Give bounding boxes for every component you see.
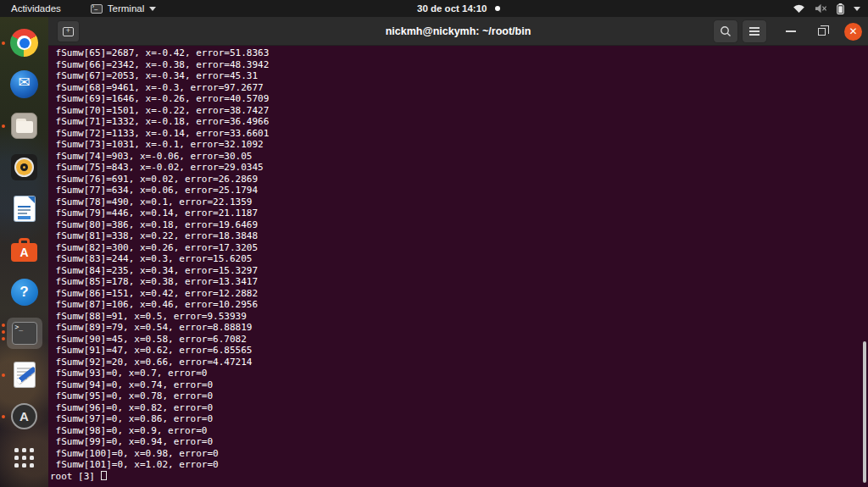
- dock-item-show-applications[interactable]: [7, 442, 42, 473]
- terminal-scrollbar[interactable]: [863, 341, 866, 483]
- terminal-output-line: fSumw[71]=1332, x=-0.18, error=36.4966: [50, 116, 868, 128]
- terminal-output-line: fSumw[72]=1133, x=-0.14, error=33.6601: [50, 128, 868, 140]
- terminal-output-line: fSumw[90]=45, x=0.58, error=6.7082: [50, 334, 868, 346]
- dock-item-files[interactable]: [7, 110, 42, 141]
- terminal-output-line: fSumw[80]=386, x=0.18, error=19.6469: [50, 219, 868, 231]
- chrome-icon: [10, 29, 38, 57]
- terminal-output-line: fSumw[73]=1031, x=-0.1, error=32.1092: [50, 139, 868, 151]
- terminal-output-line: fSumw[76]=691, x=0.02, error=26.2869: [50, 174, 868, 185]
- new-tab-button[interactable]: [57, 20, 80, 42]
- terminal-output-line: fSumw[75]=843, x=-0.02, error=29.0345: [50, 162, 868, 174]
- terminal-output-line: fSumw[89]=79, x=0.54, error=8.88819: [50, 322, 868, 334]
- app-menu-terminal[interactable]: Terminal: [91, 0, 156, 17]
- restore-button[interactable]: [818, 28, 826, 36]
- app-a-icon: A: [11, 403, 37, 429]
- terminal-output-line: fSumw[94]=0, x=0.74, error=0: [50, 379, 868, 391]
- close-button[interactable]: ✕: [844, 23, 862, 41]
- terminal-output-line: fSumw[82]=300, x=0.26, error=17.3205: [50, 242, 868, 254]
- terminal-output-line: fSumw[65]=2687, x=-0.42, error=51.8363: [50, 47, 868, 59]
- battery-icon: [837, 3, 844, 14]
- dock-item-chrome[interactable]: [7, 27, 42, 58]
- terminal-output-line: fSumw[95]=0, x=0.78, error=0: [50, 390, 868, 402]
- dock-item-help[interactable]: ?: [7, 276, 42, 307]
- running-indicator-dots: [2, 324, 5, 340]
- minimize-button[interactable]: [786, 30, 796, 32]
- clock-area[interactable]: 30 de oct 14:10: [417, 0, 500, 17]
- libreoffice-writer-icon: [14, 196, 35, 221]
- terminal-output-line: fSumw[100]=0, x=0.98, error=0: [50, 448, 868, 460]
- terminal-output-line: fSumw[101]=0, x=1.02, error=0: [50, 459, 868, 471]
- show-applications-icon: [14, 448, 34, 468]
- terminal-output-line: fSumw[87]=106, x=0.46, error=10.2956: [50, 299, 868, 311]
- hamburger-menu-icon: [749, 27, 760, 36]
- terminal-output-line: fSumw[81]=338, x=0.22, error=18.3848: [50, 230, 868, 242]
- terminal-output-line: fSumw[79]=446, x=0.14, error=21.1187: [50, 208, 868, 219]
- terminal-output-line: fSumw[96]=0, x=0.82, error=0: [50, 402, 868, 414]
- prompt-label: root [3]: [50, 471, 101, 482]
- titlebar-controls: ✕: [713, 17, 868, 46]
- terminal-output-line: fSumw[78]=490, x=0.1, error=22.1359: [50, 196, 868, 208]
- running-indicator-dot: [2, 42, 5, 45]
- dock-item-thunderbird[interactable]: [7, 69, 42, 100]
- media-indicator-dot: [495, 6, 500, 11]
- terminal-output-line: fSumw[69]=1646, x=-0.26, error=40.5709: [50, 93, 868, 105]
- rhythmbox-icon: [11, 154, 37, 180]
- dock-item-terminal[interactable]: [7, 318, 42, 349]
- text-editor-icon: [14, 362, 35, 387]
- dock-item-rhythmbox[interactable]: [7, 152, 42, 183]
- terminal-prompt-line: root [3]: [50, 471, 868, 483]
- terminal-output-line: fSumw[83]=244, x=0.3, error=15.6205: [50, 253, 868, 265]
- terminal-output-line: fSumw[91]=47, x=0.62, error=6.85565: [50, 345, 868, 357]
- ubuntu-software-icon: A: [11, 238, 37, 263]
- search-icon: [720, 25, 732, 37]
- terminal-cursor: [101, 471, 107, 480]
- terminal-output-line: fSumw[92]=20, x=0.66, error=4.47214: [50, 357, 868, 368]
- terminal-output-line: fSumw[86]=151, x=0.42, error=12.2882: [50, 288, 868, 300]
- terminal-output-line: fSumw[98]=0, x=0.9, error=0: [50, 425, 868, 437]
- clock-label: 30 de oct 14:10: [417, 3, 487, 14]
- running-indicator-dot: [2, 415, 5, 418]
- menu-button[interactable]: [742, 19, 767, 43]
- search-button[interactable]: [713, 19, 738, 43]
- terminal-output-line: fSumw[68]=9461, x=-0.3, error=97.2677: [50, 82, 868, 94]
- thunderbird-icon: [10, 70, 38, 98]
- wifi-icon: [793, 3, 805, 14]
- running-indicator-dot: [2, 125, 5, 128]
- volume-muted-icon: [815, 3, 827, 14]
- app-menu-label: Terminal: [108, 3, 144, 14]
- dock-item-libreoffice-writer[interactable]: [7, 193, 42, 224]
- files-folder-icon: [11, 113, 37, 139]
- terminal-output-line: fSumw[97]=0, x=0.86, error=0: [50, 413, 868, 425]
- terminal-output: fSumw[65]=2687, x=-0.42, error=51.8363 f…: [50, 47, 868, 471]
- terminal-output-line: fSumw[74]=903, x=-0.06, error=30.05: [50, 151, 868, 163]
- dock: A ? A: [0, 17, 48, 487]
- terminal-output-line: fSumw[70]=1501, x=-0.22, error=38.7427: [50, 105, 868, 117]
- dock-item-app-a[interactable]: A: [7, 401, 42, 432]
- top-panel: Actividades Terminal 30 de oct 14:10: [0, 0, 868, 17]
- terminal-mini-icon: [91, 4, 103, 14]
- terminal-window: nickmh@nickymh: ~/root/bin ✕ fSumw[65]=2…: [48, 17, 868, 487]
- terminal-output-line: fSumw[67]=2053, x=-0.34, error=45.31: [50, 70, 868, 82]
- running-indicator-dot: [2, 374, 5, 377]
- system-status-area[interactable]: [793, 0, 868, 17]
- terminal-output-line: fSumw[88]=91, x=0.5, error=9.53939: [50, 311, 868, 323]
- terminal-output-line: fSumw[85]=178, x=0.38, error=13.3417: [50, 276, 868, 288]
- terminal-body[interactable]: fSumw[65]=2687, x=-0.42, error=51.8363 f…: [48, 46, 868, 487]
- new-tab-icon: [63, 27, 74, 36]
- terminal-output-line: fSumw[99]=0, x=0.94, error=0: [50, 436, 868, 448]
- dock-item-text-editor[interactable]: [7, 359, 42, 390]
- activities-button[interactable]: Actividades: [0, 0, 72, 17]
- terminal-titlebar[interactable]: nickmh@nickymh: ~/root/bin ✕: [48, 17, 868, 46]
- terminal-output-line: fSumw[77]=634, x=0.06, error=25.1794: [50, 185, 868, 196]
- terminal-output-line: fSumw[93]=0, x=0.7, error=0: [50, 368, 868, 379]
- terminal-icon: [12, 322, 37, 345]
- terminal-output-line: fSumw[84]=235, x=0.34, error=15.3297: [50, 265, 868, 277]
- dock-item-ubuntu-software[interactable]: A: [7, 235, 42, 266]
- chevron-down-icon: [149, 7, 156, 11]
- terminal-output-line: fSumw[66]=2342, x=-0.38, error=48.3942: [50, 59, 868, 71]
- help-icon: ?: [11, 279, 38, 306]
- chevron-down-icon: [854, 7, 860, 11]
